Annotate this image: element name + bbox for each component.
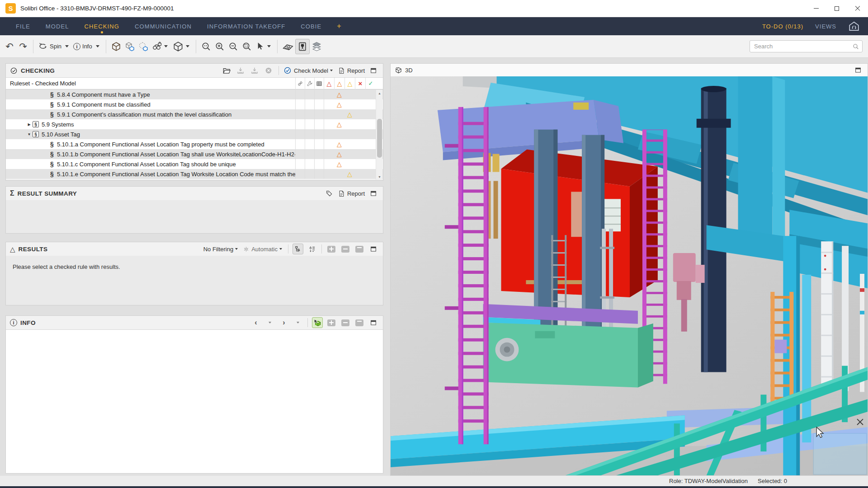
lookaround-lock-button[interactable] [150,39,171,54]
rule-row[interactable]: ▼§5.10 Asset Tag [6,129,383,139]
summary-tag-button[interactable] [324,188,335,199]
rule-row[interactable]: §5.10.1.b Component Functional Asset Loc… [6,149,383,159]
scrollbar-thumb[interactable] [377,119,382,158]
section-plane-button[interactable] [281,39,295,54]
redo-button[interactable]: ↷ [16,39,30,54]
menu-model[interactable]: MODEL [38,17,77,35]
tree-scrollbar[interactable]: ▲ ▼ [376,90,382,180]
footprint-view-button[interactable] [295,39,310,54]
layers-button[interactable] [310,39,324,54]
basket-remove-icon [341,246,349,253]
home-views-icon[interactable] [848,20,860,32]
info-forward-button[interactable]: › [278,317,289,328]
undo-button[interactable]: ↶ [3,39,16,54]
menu-information-takeoff[interactable]: INFORMATION TAKEOFF [199,17,293,35]
menu-cobie[interactable]: COBIE [293,17,329,35]
maximize-button[interactable] [826,0,847,17]
menu-checking[interactable]: CHECKING [77,17,127,35]
results-basket-button[interactable] [354,244,365,254]
list-view-toggle[interactable] [307,244,317,254]
show-selected-button[interactable] [137,39,150,54]
tag-icon [326,190,333,197]
viewport-maximize-button[interactable] [853,65,863,75]
check-model-caret[interactable] [330,70,333,71]
app-logo-icon: S [5,3,16,14]
spin-dropdown-caret[interactable] [65,45,69,47]
close-button[interactable] [847,0,868,17]
select-tool-button[interactable] [254,39,274,54]
zoom-window-button[interactable] [240,39,254,54]
results-add-basket-button[interactable] [326,244,337,254]
severity-cell-red [324,159,334,169]
menu-file[interactable]: FILE [8,17,38,35]
summary-report-button[interactable]: Report [338,188,365,199]
undo-icon: ↶ [5,42,14,51]
info-maximize-button[interactable] [368,317,379,328]
filtering-dropdown[interactable]: No Filtering [203,244,240,254]
info-remove-basket-button[interactable] [340,317,351,328]
list-view-icon [308,245,316,253]
results-maximize-button[interactable] [368,244,379,254]
info-add-basket-button[interactable] [326,317,337,328]
checking-report-button[interactable]: Report [338,65,365,76]
viewport-canvas[interactable] [391,76,868,475]
check-model-label: Check Model [294,67,328,74]
expander-expanded-icon[interactable]: ▼ [26,132,33,136]
info-dropdown-caret[interactable] [96,45,99,47]
results-remove-basket-button[interactable] [340,244,351,254]
check-model-button[interactable]: Check Model [283,65,335,76]
menu-communication[interactable]: COMMUNICATION [127,17,199,35]
rule-row[interactable]: §5.10.1.c Component Functional Asset Loc… [6,159,383,169]
summary-maximize-button[interactable] [368,188,379,199]
box-dropdown-caret[interactable] [186,45,189,47]
toolbar-separator [277,40,278,53]
minimize-button[interactable] [806,0,826,17]
rule-row[interactable]: §5.10.1.e Component Functional Asset Loc… [6,169,383,179]
rule-row[interactable]: §5.9.1 Component's classification must m… [6,109,383,119]
views-menu[interactable]: VIEWS [815,23,836,30]
info-back-button[interactable]: ‹ [250,317,261,328]
scroll-up-icon[interactable]: ▲ [376,90,383,96]
remove-ruleset-button[interactable] [263,65,274,76]
rule-row[interactable]: §5.8.4 Component must have a Type△ [6,89,383,99]
column-link [295,78,305,89]
results-panel: △ RESULTS No Filtering Automatic [5,242,383,305]
search-input[interactable] [750,40,863,52]
zoom-fit-button[interactable] [199,39,213,54]
menu-add-tab[interactable]: + [329,17,349,35]
search-icon[interactable] [852,43,859,50]
pick-component-toggle[interactable] [312,317,323,328]
import-ruleset-button[interactable] [235,65,246,76]
zoom-out-button[interactable] [226,39,240,54]
bounding-box-button[interactable] [171,39,193,54]
spin-tool-button[interactable]: Spin [37,39,72,54]
select-dropdown-caret[interactable] [267,45,271,47]
checking-maximize-button[interactable] [368,65,379,76]
rule-label: 5.10.1.c Component Functional Asset Loca… [57,161,295,168]
zoom-in-button[interactable] [213,39,226,54]
automatic-dropdown[interactable]: Automatic [243,244,284,254]
todo-counter[interactable]: TO-DO (0/13) [762,23,803,30]
viewport-3d-panel: 3D [390,63,868,476]
rule-row[interactable]: ▶§5.9 Systems△ [6,119,383,129]
rule-row[interactable]: §5.10.1.a Component Functional Asset Loc… [6,139,383,149]
lookaround-dropdown-caret[interactable] [164,45,168,47]
ruleset-header-row[interactable]: Ruleset - Checked Model △ △ △ × ✓ [6,77,383,89]
severity-orange-triangle-icon: △ [337,141,342,147]
rule-row[interactable]: §5.9.1 Component must be classified△ [6,99,383,109]
expander-collapsed-icon[interactable]: ▶ [26,122,33,127]
minimize-icon [814,8,819,9]
info-forward-history-caret[interactable] [292,317,303,328]
import-all-button[interactable] [249,65,260,76]
show-components-button[interactable] [123,39,137,54]
basket-add-icon [327,319,335,326]
severity-cell-check [365,109,376,119]
3d-model-render[interactable] [391,76,868,475]
info-tool-button[interactable]: i Info [72,39,103,54]
show-model-button[interactable] [109,39,123,54]
open-ruleset-button[interactable] [221,65,232,76]
info-basket-button[interactable] [354,317,365,328]
info-back-history-caret[interactable] [264,317,275,328]
scroll-down-icon[interactable]: ▼ [376,174,383,180]
tree-view-toggle[interactable] [292,244,303,254]
